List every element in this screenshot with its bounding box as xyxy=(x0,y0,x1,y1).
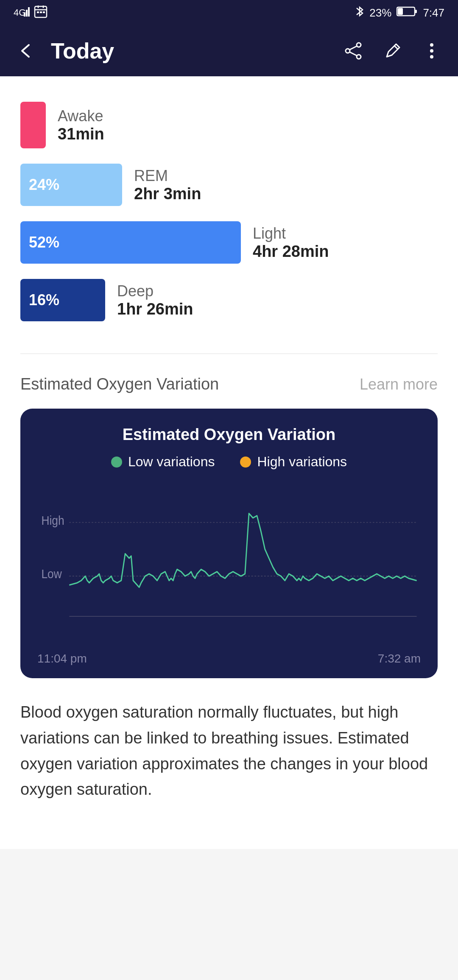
sleep-stage-deep-row: 16% Deep 1hr 26min xyxy=(20,279,438,321)
deep-time: 1hr 26min xyxy=(117,300,193,318)
svg-point-22 xyxy=(430,55,433,58)
sleep-stage-awake-row: Awake 31min xyxy=(20,102,438,148)
svg-rect-1 xyxy=(24,12,25,17)
awake-info: Awake 31min xyxy=(58,107,104,143)
awake-bar xyxy=(20,102,46,148)
light-info: Light 4hr 28min xyxy=(253,225,329,261)
battery-percent: 23% xyxy=(369,6,391,19)
rem-time: 2hr 3min xyxy=(134,185,201,203)
svg-text:Low: Low xyxy=(41,567,62,581)
light-percent: 52% xyxy=(29,234,59,251)
oxygen-header: Estimated Oxygen Variation Learn more xyxy=(20,375,438,393)
edit-button[interactable] xyxy=(383,42,402,60)
awake-label: Awake xyxy=(58,107,104,125)
svg-rect-13 xyxy=(398,8,403,15)
sleep-stage-rem-row: 24% REM 2hr 3min xyxy=(20,164,438,206)
signal-icon: 4G xyxy=(14,5,31,21)
rem-info: REM 2hr 3min xyxy=(134,167,201,203)
oxygen-variation-section: Estimated Oxygen Variation Learn more Es… xyxy=(20,362,438,832)
high-variations-label: High variations xyxy=(257,454,347,470)
deep-percent: 16% xyxy=(29,291,59,309)
chart-x-end: 7:32 am xyxy=(378,652,421,665)
deep-info: Deep 1hr 26min xyxy=(117,282,193,318)
page-title: Today xyxy=(51,38,327,64)
bluetooth-icon xyxy=(355,5,364,21)
rem-bar: 24% xyxy=(20,164,122,206)
svg-point-14 xyxy=(357,43,361,47)
svg-rect-2 xyxy=(26,10,28,17)
chart-legend: Low variations High variations xyxy=(37,454,421,470)
svg-point-20 xyxy=(430,43,433,47)
chart-title: Estimated Oxygen Variation xyxy=(37,426,421,444)
oxygen-chart-svg: High Low xyxy=(37,487,421,648)
oxygen-section-title: Estimated Oxygen Variation xyxy=(20,375,219,393)
svg-line-18 xyxy=(350,52,357,56)
svg-rect-9 xyxy=(40,11,42,13)
calendar-icon xyxy=(34,5,47,21)
deep-bar: 16% xyxy=(20,279,105,321)
svg-text:High: High xyxy=(41,513,64,527)
rem-percent: 24% xyxy=(29,176,59,194)
chart-x-start: 11:04 pm xyxy=(37,652,87,665)
app-bar: Today xyxy=(0,25,458,76)
low-variations-label: Low variations xyxy=(128,454,215,470)
status-left: 4G xyxy=(14,5,47,21)
main-content: Awake 31min 24% REM 2hr 3min 52% Light 4… xyxy=(0,76,458,849)
high-variations-dot xyxy=(240,457,251,468)
light-time: 4hr 28min xyxy=(253,242,329,261)
svg-line-17 xyxy=(350,46,357,50)
sleep-stage-light-row: 52% Light 4hr 28min xyxy=(20,221,438,264)
svg-rect-3 xyxy=(28,7,30,17)
app-bar-actions xyxy=(344,42,441,60)
svg-rect-12 xyxy=(415,10,417,13)
awake-time: 31min xyxy=(58,125,104,143)
learn-more-button[interactable]: Learn more xyxy=(360,376,438,393)
svg-point-15 xyxy=(346,49,350,53)
svg-rect-8 xyxy=(37,11,39,13)
oxygen-chart-card: Estimated Oxygen Variation Low variation… xyxy=(20,409,438,678)
light-bar: 52% xyxy=(20,221,241,264)
sleep-stages-section: Awake 31min 24% REM 2hr 3min 52% Light 4… xyxy=(20,93,438,345)
light-label: Light xyxy=(253,225,329,242)
legend-low-variations: Low variations xyxy=(111,454,215,470)
oxygen-chart-area: High Low xyxy=(37,487,421,648)
back-button[interactable] xyxy=(17,42,34,59)
share-button[interactable] xyxy=(344,42,363,60)
battery-icon xyxy=(397,6,418,20)
chart-x-labels: 11:04 pm 7:32 am xyxy=(37,652,421,665)
svg-point-16 xyxy=(357,55,361,59)
svg-rect-10 xyxy=(43,11,45,13)
status-bar: 4G 23% xyxy=(0,0,458,25)
section-divider xyxy=(20,354,438,354)
time-display: 7:47 xyxy=(423,6,444,19)
rem-label: REM xyxy=(134,167,201,185)
low-variations-dot xyxy=(111,457,122,468)
legend-high-variations: High variations xyxy=(240,454,347,470)
deep-label: Deep xyxy=(117,282,193,300)
more-options-button[interactable] xyxy=(422,42,441,60)
status-right: 23% 7:47 xyxy=(355,5,444,21)
oxygen-description: Blood oxygen saturation normally fluctua… xyxy=(20,695,438,819)
svg-point-21 xyxy=(430,49,433,53)
svg-line-19 xyxy=(394,46,398,49)
